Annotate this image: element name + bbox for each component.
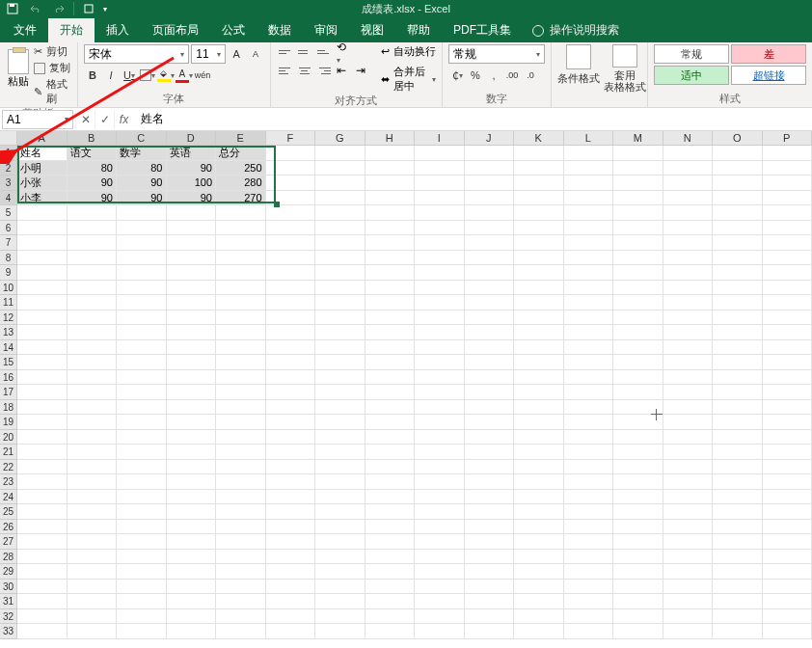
cell-D14[interactable]: [167, 340, 217, 356]
row-header-33[interactable]: 33: [0, 624, 16, 639]
cell-E6[interactable]: [216, 221, 266, 236]
cell-D23[interactable]: [167, 474, 217, 490]
cell-O14[interactable]: [713, 340, 763, 356]
cell-A31[interactable]: [17, 594, 68, 609]
cell-D9[interactable]: [167, 265, 217, 281]
cell-D15[interactable]: [167, 355, 217, 370]
cell-K13[interactable]: [514, 325, 564, 340]
tab-layout[interactable]: 页面布局: [141, 18, 210, 42]
cell-H21[interactable]: [365, 445, 416, 460]
cell-E17[interactable]: [216, 385, 266, 400]
cell-G28[interactable]: [315, 550, 365, 565]
cell-P32[interactable]: [763, 609, 813, 625]
cell-K28[interactable]: [514, 550, 564, 565]
cell-D31[interactable]: [167, 594, 217, 609]
cell-M32[interactable]: [613, 609, 663, 625]
col-header-P[interactable]: P: [763, 131, 813, 145]
col-header-I[interactable]: I: [415, 131, 465, 145]
cell-P29[interactable]: [763, 564, 813, 580]
cell-J3[interactable]: [465, 176, 515, 191]
cell-H30[interactable]: [365, 580, 416, 595]
phonetic-button[interactable]: wén: [194, 67, 211, 84]
cell-O1[interactable]: [713, 146, 763, 161]
cell-F6[interactable]: [266, 221, 316, 236]
cell-M13[interactable]: [613, 325, 663, 340]
cell-B16[interactable]: [68, 370, 118, 386]
cell-N10[interactable]: [663, 281, 714, 296]
cell-L6[interactable]: [564, 221, 614, 236]
cell-O32[interactable]: [713, 609, 763, 625]
cell-B17[interactable]: [68, 385, 118, 400]
cell-P30[interactable]: [763, 580, 813, 595]
cell-N19[interactable]: [663, 415, 714, 430]
increase-decimal-button[interactable]: .00: [503, 67, 521, 84]
cell-E21[interactable]: [216, 445, 266, 460]
cell-H13[interactable]: [365, 325, 416, 340]
cell-P13[interactable]: [763, 325, 813, 340]
save-icon[interactable]: [4, 1, 21, 16]
cell-B21[interactable]: [68, 445, 118, 460]
cell-O8[interactable]: [713, 251, 763, 266]
cell-H23[interactable]: [365, 474, 416, 490]
cell-N28[interactable]: [663, 550, 714, 565]
cell-F16[interactable]: [266, 370, 316, 386]
cell-N18[interactable]: [663, 400, 714, 416]
cell-E10[interactable]: [216, 281, 266, 296]
cell-P19[interactable]: [763, 415, 813, 430]
row-header-21[interactable]: 21: [0, 445, 16, 460]
cell-J5[interactable]: [465, 205, 515, 221]
cell-L2[interactable]: [564, 161, 614, 176]
cell-B1[interactable]: 语文: [68, 146, 118, 161]
cell-E8[interactable]: [216, 251, 266, 266]
cell-P25[interactable]: [763, 504, 813, 520]
cell-C4[interactable]: 90: [117, 191, 167, 206]
col-header-D[interactable]: D: [167, 131, 217, 145]
cell-B9[interactable]: [68, 265, 118, 281]
col-header-K[interactable]: K: [514, 131, 564, 145]
row-header-15[interactable]: 15: [0, 355, 16, 370]
italic-button[interactable]: I: [102, 67, 120, 84]
cell-J14[interactable]: [465, 340, 515, 356]
cell-A12[interactable]: [17, 310, 68, 326]
cell-style-bad[interactable]: 差: [731, 44, 806, 64]
cell-C16[interactable]: [117, 370, 167, 386]
tab-formulas[interactable]: 公式: [210, 18, 257, 42]
cell-I29[interactable]: [415, 564, 465, 580]
cell-K25[interactable]: [514, 504, 564, 520]
cell-P10[interactable]: [763, 281, 813, 296]
cell-H19[interactable]: [365, 415, 416, 430]
cell-I10[interactable]: [415, 281, 465, 296]
cell-E33[interactable]: [216, 624, 266, 639]
cell-B20[interactable]: [68, 430, 118, 446]
cell-D26[interactable]: [167, 520, 217, 535]
cell-J6[interactable]: [465, 221, 515, 236]
cell-O15[interactable]: [713, 355, 763, 370]
cell-K14[interactable]: [514, 340, 564, 356]
cell-H5[interactable]: [365, 205, 416, 221]
cell-A28[interactable]: [17, 550, 68, 565]
cell-G9[interactable]: [315, 265, 365, 281]
cell-H32[interactable]: [365, 609, 416, 625]
cell-D12[interactable]: [167, 310, 217, 326]
cell-H7[interactable]: [365, 235, 416, 251]
cell-O29[interactable]: [713, 564, 763, 580]
cell-E26[interactable]: [216, 520, 266, 535]
cell-D3[interactable]: 100: [167, 176, 217, 191]
cell-N13[interactable]: [663, 325, 714, 340]
cell-A4[interactable]: 小李: [17, 191, 68, 206]
cell-P1[interactable]: [763, 146, 813, 161]
cell-L20[interactable]: [564, 430, 614, 446]
cell-F18[interactable]: [266, 400, 316, 416]
col-header-F[interactable]: F: [266, 131, 316, 145]
decrease-indent-button[interactable]: ⇤: [335, 63, 352, 78]
cell-O3[interactable]: [713, 176, 763, 191]
cell-M8[interactable]: [613, 251, 663, 266]
cell-E32[interactable]: [216, 609, 266, 625]
cell-style-link[interactable]: 超链接: [731, 66, 806, 85]
row-header-23[interactable]: 23: [0, 474, 16, 490]
cell-I9[interactable]: [415, 265, 465, 281]
cell-L15[interactable]: [564, 355, 614, 370]
cell-O19[interactable]: [713, 415, 763, 430]
cell-G10[interactable]: [315, 281, 365, 296]
cell-I5[interactable]: [415, 205, 465, 221]
